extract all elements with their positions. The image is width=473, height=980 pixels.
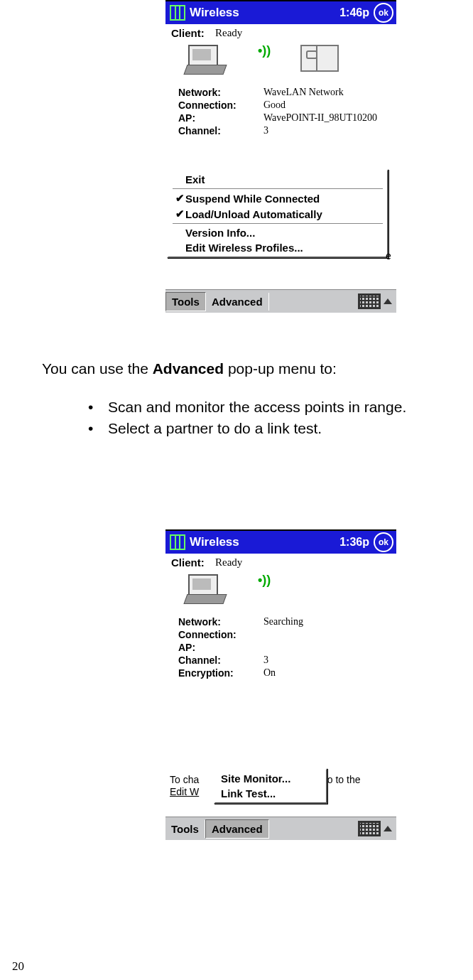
list-item: •Select a partner to do a link test. <box>88 418 406 439</box>
title-bar: Wireless 1:36p ok <box>165 531 396 554</box>
diagram-row: •)) <box>165 41 396 86</box>
menu-load-unload-automatically[interactable]: ✔Load/Unload Automatically <box>171 206 384 222</box>
keyboard-icon[interactable] <box>358 821 381 836</box>
laptop-icon <box>185 574 224 603</box>
clock: 1:46p <box>339 6 369 19</box>
network-value: Searching <box>263 616 303 628</box>
menu-label: Site Monitor... <box>221 772 290 785</box>
network-label: Network: <box>178 616 263 628</box>
bullet-icon: • <box>88 397 108 418</box>
paragraph: You can use the Advanced pop-up menu to: <box>42 360 337 378</box>
encryption-value: On <box>263 667 276 679</box>
connection-info: Network:WaveLAN Network Connection:Good … <box>165 86 396 137</box>
up-arrow-icon[interactable] <box>384 826 392 831</box>
channel-label: Channel: <box>178 125 263 136</box>
menu-label: Edit Wireless Profiles... <box>185 242 303 254</box>
menu-link-test[interactable]: Link Test... <box>218 786 323 801</box>
channel-value: 3 <box>263 655 268 666</box>
document-page: Wireless 1:46p ok Client: Ready •)) Netw… <box>0 0 473 980</box>
ap-value: WavePOINT-II_98UT10200 <box>263 112 377 124</box>
tools-button[interactable]: Tools <box>165 292 206 311</box>
encryption-label: Encryption: <box>178 667 263 679</box>
client-label: Client: <box>171 556 215 569</box>
menu-exit[interactable]: Exit <box>171 172 384 187</box>
list-item: •Scan and monitor the access points in r… <box>88 397 406 418</box>
ap-label: AP: <box>178 112 263 124</box>
app-window-icon <box>170 5 185 21</box>
partially-obscured-text: go to the <box>322 774 361 785</box>
channel-label: Channel: <box>178 655 263 666</box>
menu-suspend-while-connected[interactable]: ✔Suspend While Connected <box>171 190 384 206</box>
up-arrow-icon[interactable] <box>384 298 392 304</box>
menu-label: Version Info... <box>185 227 255 239</box>
app-window-icon <box>170 534 185 550</box>
connection-label: Connection: <box>178 629 263 640</box>
diagram-row: •)) <box>165 570 396 615</box>
clock: 1:36p <box>339 536 369 549</box>
menu-site-monitor[interactable]: Site Monitor... <box>218 771 323 786</box>
connection-label: Connection: <box>178 99 263 111</box>
signal-icon: •)) <box>258 43 271 58</box>
signal-icon: •)) <box>258 573 271 588</box>
check-icon: ✔ <box>174 208 185 220</box>
ap-label: AP: <box>178 642 263 653</box>
truncated-text: e <box>386 250 391 262</box>
ok-button[interactable]: ok <box>374 3 393 23</box>
menu-separator <box>173 223 383 224</box>
client-status: Ready <box>215 27 242 39</box>
tools-button[interactable]: Tools <box>165 820 205 838</box>
list-text: Select a partner to do a link test. <box>108 418 322 439</box>
screenshot-tools-menu: Wireless 1:46p ok Client: Ready •)) Netw… <box>165 0 396 313</box>
partially-obscured-text: To cha Edit W <box>170 774 199 798</box>
network-value: WaveLAN Network <box>263 87 344 98</box>
advanced-popup-menu: Site Monitor... Link Test... <box>214 768 327 804</box>
text: You can use the <box>42 360 153 377</box>
connection-info: Network:Searching Connection: AP: Channe… <box>165 615 396 679</box>
bullet-icon: • <box>88 418 108 439</box>
app-title: Wireless <box>190 535 339 549</box>
ok-button[interactable]: ok <box>374 532 393 552</box>
list-text: Scan and monitor the access points in ra… <box>108 397 406 418</box>
menu-edit-wireless-profiles[interactable]: Edit Wireless Profiles... <box>171 240 384 255</box>
tools-popup-menu: Exit ✔Suspend While Connected ✔Load/Unlo… <box>167 169 388 258</box>
network-label: Network: <box>178 87 263 98</box>
access-point-icon <box>300 45 339 72</box>
title-bar: Wireless 1:46p ok <box>165 1 396 24</box>
connection-value: Good <box>263 99 286 111</box>
screenshot-advanced-menu: Wireless 1:36p ok Client: Ready •)) Netw… <box>165 529 396 840</box>
menu-separator <box>173 188 383 189</box>
client-status: Ready <box>215 556 242 569</box>
keyboard-icon[interactable] <box>358 294 381 309</box>
menu-label: Suspend While Connected <box>185 193 320 205</box>
menu-version-info[interactable]: Version Info... <box>171 225 384 240</box>
app-title: Wireless <box>190 6 339 20</box>
page-number: 20 <box>12 959 24 974</box>
bold-text: Advanced <box>153 360 224 377</box>
client-label: Client: <box>171 27 215 39</box>
text-line-underlined: Edit W <box>170 786 199 798</box>
menu-label: Exit <box>185 173 205 185</box>
check-icon: ✔ <box>174 192 185 205</box>
laptop-icon <box>185 45 224 73</box>
client-status-row: Client: Ready <box>165 24 396 41</box>
client-status-row: Client: Ready <box>165 554 396 570</box>
bottom-toolbar: Tools Advanced <box>165 817 396 840</box>
bullet-list: •Scan and monitor the access points in r… <box>88 397 406 439</box>
text: pop-up menu to: <box>224 360 337 377</box>
advanced-button[interactable]: Advanced <box>206 293 269 311</box>
menu-label: Link Test... <box>221 787 276 799</box>
channel-value: 3 <box>263 125 268 136</box>
menu-label: Load/Unload Automatically <box>185 208 322 220</box>
bottom-toolbar: Tools Advanced <box>165 289 396 313</box>
text-line: To cha <box>170 774 199 786</box>
advanced-button[interactable]: Advanced <box>205 819 269 839</box>
